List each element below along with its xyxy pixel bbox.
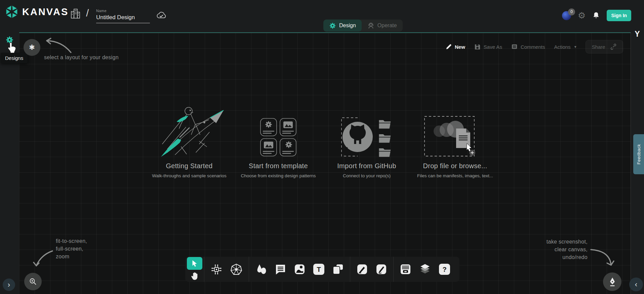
note-tool-icon[interactable] xyxy=(332,264,344,275)
zoom-controls-button[interactable] xyxy=(24,273,42,290)
text-tool-glyph: T xyxy=(317,266,321,273)
comments-button[interactable]: Comments xyxy=(511,44,545,50)
comments-label: Comments xyxy=(521,44,545,50)
screenshot-hint-text: take screenshot, clear canvas, undo/redo xyxy=(518,238,588,261)
rocket-sketch-illustration xyxy=(144,104,235,157)
layout-hint-arrow xyxy=(42,36,76,56)
template-grid-icon xyxy=(233,104,324,157)
mode-tabs: Design Operate xyxy=(323,20,403,32)
left-sidebar-strip xyxy=(0,32,19,294)
pan-tool-button[interactable] xyxy=(191,270,199,282)
pen-tool-icon[interactable] xyxy=(357,264,368,275)
kanvas-logo-icon[interactable] xyxy=(5,5,19,19)
card-subtitle: Walk-throughs and sample scenarios xyxy=(144,173,235,178)
new-label: New xyxy=(455,44,465,50)
card-import-from-github[interactable]: Import from GitHub Connect to your repo(… xyxy=(321,104,412,178)
expand-sidebar-button[interactable]: › xyxy=(3,279,15,291)
account-area: 0 ⚙ Sign In xyxy=(562,9,631,22)
share-button[interactable]: Share xyxy=(586,40,623,53)
share-label: Share xyxy=(592,44,605,50)
kubernetes-tool-icon[interactable] xyxy=(230,263,242,275)
tool-dock: T xyxy=(185,257,459,282)
layers-tool-icon[interactable] xyxy=(419,263,431,275)
cloud-sync-icon xyxy=(156,11,167,20)
help-glyph: ? xyxy=(442,266,446,273)
breadcrumb-separator: / xyxy=(86,7,89,19)
chevron-left-icon: ‹ xyxy=(635,280,637,289)
drop-file-icon xyxy=(410,104,500,157)
design-name-input[interactable] xyxy=(96,13,150,23)
card-subtitle: Connect to your repo(s) xyxy=(321,173,412,178)
actions-label: Actions xyxy=(554,44,570,50)
chevron-down-icon: ▾ xyxy=(574,44,576,49)
card-start-from-template[interactable]: Start from template Choose from existing… xyxy=(233,104,324,178)
magnifier-plus-icon xyxy=(29,278,37,286)
designs-tooltip: Designs xyxy=(1,53,28,63)
select-tool-button[interactable] xyxy=(187,257,202,270)
feedback-label: Feedback xyxy=(636,144,641,164)
help-tool-icon[interactable]: ? xyxy=(439,264,450,275)
canvas-actions-button[interactable] xyxy=(603,272,621,291)
card-title: Start from template xyxy=(233,162,324,170)
zoom-hint-arrow xyxy=(31,248,55,270)
sign-in-button[interactable]: Sign In xyxy=(607,10,631,21)
screenshot-hint-arrow xyxy=(589,247,616,270)
notification-badge: 0 xyxy=(568,8,575,15)
pen-nib-icon xyxy=(608,277,617,287)
chevron-right-icon: › xyxy=(8,281,10,289)
comment-tool-icon[interactable] xyxy=(275,264,286,275)
card-getting-started[interactable]: Getting Started Walk-throughs and sample… xyxy=(144,104,235,178)
saved-items-tool-icon[interactable] xyxy=(400,264,411,275)
zoom-hint-text: fit-to-screen, full-screen, zoom xyxy=(56,237,87,260)
card-title: Getting Started xyxy=(144,162,235,170)
layout-select-button[interactable]: ✱ xyxy=(24,39,40,56)
save-as-button[interactable]: Save As xyxy=(474,44,502,50)
card-title: Import from GitHub xyxy=(321,162,412,170)
feedback-tab[interactable]: Feedback xyxy=(633,134,644,174)
new-button[interactable]: New xyxy=(445,44,465,50)
avatar[interactable]: 0 xyxy=(562,11,571,20)
actions-dropdown[interactable]: Actions ▾ xyxy=(554,44,576,50)
github-import-icon xyxy=(321,104,412,157)
canvas-toolbar: New Save As Comments Actions ▾ Share xyxy=(445,40,623,54)
name-label: Name xyxy=(96,9,151,13)
text-tool-icon[interactable]: T xyxy=(313,264,324,275)
organization-icon[interactable] xyxy=(70,8,81,20)
tab-operate-label: Operate xyxy=(377,23,397,29)
card-title: Drop file or browse... xyxy=(410,162,500,170)
tab-operate[interactable]: Operate xyxy=(362,20,403,32)
code-panel-toggle[interactable]: Y xyxy=(633,30,641,39)
media-tool-icon[interactable] xyxy=(294,264,305,275)
design-name-field: Name xyxy=(96,9,151,23)
shapes-tool-icon[interactable] xyxy=(255,264,267,275)
brand-title: KANVAS xyxy=(22,6,69,17)
gear-icon[interactable]: ⚙ xyxy=(578,11,586,20)
hand-cursor-icon xyxy=(7,42,17,54)
card-subtitle: Choose from existing design patterns xyxy=(233,173,324,178)
component-tool-icon[interactable] xyxy=(211,264,222,275)
tab-design-label: Design xyxy=(339,23,356,29)
pencil-tool-icon[interactable] xyxy=(376,264,387,275)
save-as-label: Save As xyxy=(484,44,502,50)
bell-icon[interactable] xyxy=(592,11,600,20)
card-drop-file[interactable]: Drop file or browse... Files can be mani… xyxy=(410,104,500,178)
tab-design[interactable]: Design xyxy=(323,20,362,32)
collapse-panel-button[interactable]: ‹ xyxy=(629,278,643,291)
app-header: KANVAS / Name Design xyxy=(0,0,644,32)
card-subtitle: Files can be manifests, images, text... xyxy=(410,173,500,178)
